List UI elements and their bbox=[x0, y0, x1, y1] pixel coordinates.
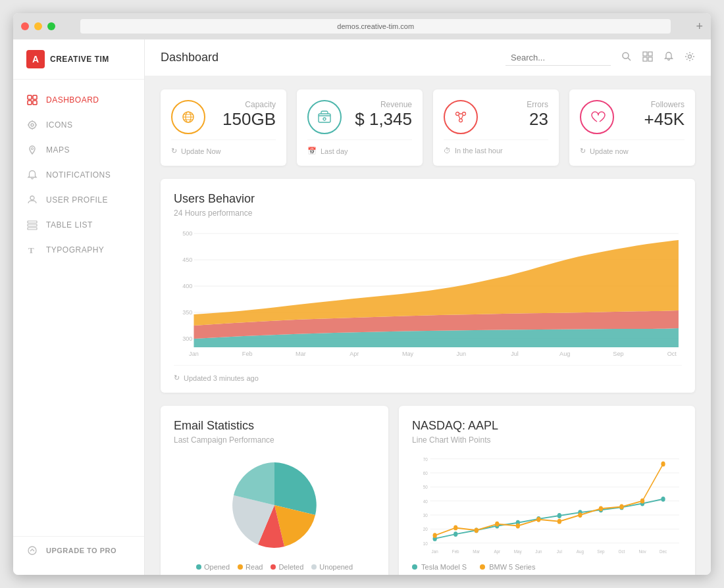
svg-text:350: 350 bbox=[182, 309, 192, 316]
users-behavior-footer: ↻ Updated 3 minutes ago bbox=[174, 365, 682, 382]
sidebar-nav: DASHBOARD ICONS bbox=[13, 80, 144, 536]
stat-card-followers: Followers +45K ↻ Update now bbox=[569, 89, 695, 166]
sidebar-item-label: MAPS bbox=[46, 145, 70, 155]
users-behavior-chart: 500 450 400 350 300 bbox=[174, 226, 682, 357]
stat-cards: Capacity 150GB ↻ Update Now bbox=[161, 89, 695, 166]
svg-point-5 bbox=[31, 124, 34, 126]
sidebar-item-maps[interactable]: MAPS bbox=[13, 137, 144, 162]
svg-text:Jul: Jul bbox=[511, 351, 519, 357]
browser-window: demos.creative-tim.com + A CREATIVE TIM bbox=[13, 13, 711, 575]
legend-deleted: Deleted bbox=[271, 563, 303, 571]
followers-label: Followers bbox=[644, 100, 685, 109]
svg-point-23 bbox=[688, 55, 692, 58]
svg-text:Feb: Feb bbox=[242, 351, 253, 357]
sidebar-item-table-list[interactable]: TABLE LIST bbox=[13, 212, 144, 237]
nasdaq-card: NASDAQ: AAPL Line Chart With Points bbox=[399, 406, 695, 575]
svg-rect-19 bbox=[643, 52, 647, 56]
upgrade-icon bbox=[26, 545, 38, 556]
nasdaq-legend: Tesla Model S BMW 5 Series bbox=[412, 563, 682, 571]
stat-card-capacity: Capacity 150GB ↻ Update Now bbox=[161, 89, 286, 166]
read-dot bbox=[238, 564, 243, 570]
sidebar-item-dashboard[interactable]: DASHBOARD bbox=[13, 87, 144, 112]
svg-rect-14 bbox=[28, 228, 37, 230]
dashboard-icon bbox=[26, 94, 38, 106]
email-stats-subtitle: Last Campaign Performance bbox=[174, 435, 375, 445]
svg-text:50: 50 bbox=[423, 485, 428, 490]
svg-rect-21 bbox=[643, 57, 647, 61]
app-body: A CREATIVE TIM DASHBOARD bbox=[13, 39, 711, 575]
revenue-footer: 📅 Last day bbox=[307, 139, 412, 155]
svg-text:20: 20 bbox=[423, 527, 428, 532]
svg-rect-0 bbox=[28, 95, 32, 99]
settings-icon[interactable] bbox=[685, 51, 695, 64]
svg-text:Sep: Sep bbox=[597, 549, 604, 555]
svg-point-30 bbox=[323, 118, 326, 120]
url-bar[interactable]: demos.creative-tim.com bbox=[80, 19, 671, 34]
search-input[interactable] bbox=[505, 50, 611, 66]
search-icon[interactable] bbox=[621, 51, 632, 64]
email-stats-pie-chart bbox=[222, 453, 327, 558]
svg-text:May: May bbox=[402, 351, 414, 357]
svg-text:Jan: Jan bbox=[189, 351, 199, 357]
refresh-icon: ↻ bbox=[580, 147, 586, 155]
maximize-dot[interactable] bbox=[47, 22, 55, 30]
nasdaq-chart: 70 60 50 40 30 20 10 bbox=[412, 453, 682, 558]
logo-text: CREATIVE TIM bbox=[50, 55, 109, 64]
svg-point-17 bbox=[623, 53, 629, 59]
legend-opened: Opened bbox=[196, 563, 230, 571]
legend-read: Read bbox=[238, 563, 263, 571]
svg-rect-1 bbox=[33, 95, 37, 99]
logo-icon: A bbox=[26, 50, 45, 68]
calendar-icon: 📅 bbox=[307, 147, 317, 155]
nasdaq-subtitle: Line Chart With Points bbox=[412, 435, 682, 445]
svg-point-87 bbox=[516, 524, 520, 529]
sidebar-item-label: USER PROFILE bbox=[46, 195, 108, 205]
maps-icon bbox=[26, 144, 38, 156]
grid-icon[interactable] bbox=[642, 51, 653, 64]
opened-dot bbox=[196, 564, 201, 570]
upgrade-to-pro-button[interactable]: UPGRADE TO PRO bbox=[26, 545, 131, 556]
errors-value: 23 bbox=[527, 109, 548, 130]
stat-card-errors: Errors 23 ⏱ In the last hour bbox=[433, 89, 559, 166]
svg-text:Aug: Aug bbox=[559, 351, 570, 357]
capacity-value: 150GB bbox=[222, 109, 276, 130]
minimize-dot[interactable] bbox=[34, 22, 42, 30]
svg-point-31 bbox=[456, 112, 459, 116]
svg-point-94 bbox=[661, 462, 665, 467]
close-dot[interactable] bbox=[21, 22, 29, 30]
svg-rect-3 bbox=[33, 101, 37, 105]
svg-point-88 bbox=[536, 517, 540, 522]
svg-point-10 bbox=[32, 148, 34, 150]
svg-text:Feb: Feb bbox=[452, 549, 459, 554]
svg-point-90 bbox=[578, 512, 582, 518]
email-stats-pie-wrapper: Opened Read Deleted bbox=[174, 453, 375, 571]
svg-text:450: 450 bbox=[182, 257, 192, 263]
sidebar-item-user-profile[interactable]: USER PROFILE bbox=[13, 187, 144, 212]
email-stats-legend: Opened Read Deleted bbox=[196, 563, 353, 571]
sidebar-item-icons[interactable]: ICONS bbox=[13, 112, 144, 137]
followers-footer: ↻ Update now bbox=[580, 139, 685, 155]
users-behavior-subtitle: 24 Hours performance bbox=[174, 208, 682, 218]
svg-text:Dec: Dec bbox=[659, 549, 667, 554]
svg-point-85 bbox=[475, 527, 478, 533]
sidebar-item-typography[interactable]: T TYPOGRAPHY bbox=[13, 237, 144, 262]
topbar: Dashboard bbox=[145, 39, 711, 76]
svg-text:Aug: Aug bbox=[577, 549, 584, 555]
bmw-legend-item: BMW 5 Series bbox=[480, 563, 535, 571]
svg-text:60: 60 bbox=[423, 470, 428, 476]
sidebar-item-notifications[interactable]: NOTIFICATIONS bbox=[13, 162, 144, 187]
deleted-dot bbox=[271, 564, 276, 570]
new-tab-button[interactable]: + bbox=[696, 20, 703, 34]
page-title: Dashboard bbox=[161, 51, 495, 64]
svg-text:May: May bbox=[514, 549, 522, 555]
svg-text:Oct: Oct bbox=[667, 351, 677, 357]
svg-text:Mar: Mar bbox=[296, 351, 306, 357]
svg-rect-12 bbox=[28, 221, 37, 223]
svg-rect-20 bbox=[648, 52, 652, 56]
svg-text:300: 300 bbox=[182, 335, 192, 342]
svg-text:Jun: Jun bbox=[456, 351, 466, 357]
capacity-icon bbox=[171, 100, 205, 134]
svg-line-36 bbox=[461, 115, 463, 119]
stat-card-revenue: Revenue $ 1,345 📅 Last day bbox=[297, 89, 423, 166]
bell-icon[interactable] bbox=[663, 51, 674, 64]
